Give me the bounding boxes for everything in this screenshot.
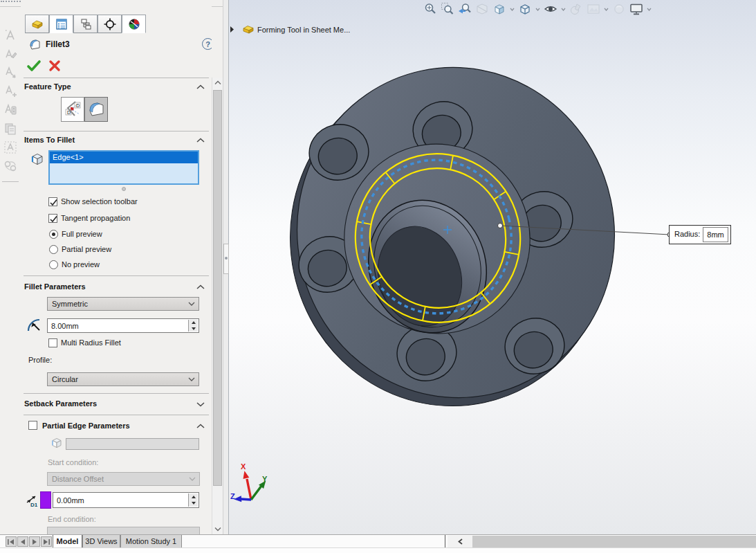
tab-model[interactable]: Model xyxy=(53,535,82,548)
radius-callout: Radius: 8mm xyxy=(669,225,731,244)
partial-edge-parameters-header[interactable]: Partial Edge Parameters xyxy=(42,421,130,430)
expand-chevron-icon[interactable] xyxy=(196,401,205,407)
model-canvas[interactable] xyxy=(229,0,756,534)
display-ball-icon xyxy=(127,17,141,31)
tabbar-divider xyxy=(445,535,445,548)
weldment-d-label: D xyxy=(67,110,71,115)
tab-motion-study-1[interactable]: Motion Study 1 xyxy=(120,535,182,548)
start-condition-label: Start condition: xyxy=(48,458,98,466)
manager-tab-bar xyxy=(25,15,146,33)
start-condition-dropdown: Distance Offset xyxy=(47,472,200,486)
divider xyxy=(24,131,209,132)
triad-y-label: Y xyxy=(262,475,267,483)
tab-scroll-next-button[interactable] xyxy=(29,536,40,547)
annotation-note-icon[interactable] xyxy=(3,28,18,43)
fillet-parameters-header[interactable]: Fillet Parameters xyxy=(24,282,86,291)
radius-icon xyxy=(26,317,43,334)
annotation-add-icon[interactable] xyxy=(3,84,18,99)
listbox-resize-grip[interactable] xyxy=(122,187,126,191)
solidworks-window: Fillet3 ? Feature Type DD Items To Fille… xyxy=(0,0,756,553)
weldment-corner-fillet-button[interactable]: DD xyxy=(61,97,84,122)
collapse-chevron-icon[interactable] xyxy=(196,138,205,143)
hscroll-track[interactable] xyxy=(472,536,756,547)
display-manager-tab[interactable] xyxy=(122,15,146,33)
annotation-options-icon[interactable] xyxy=(3,102,18,118)
scroll-down-icon[interactable] xyxy=(213,524,223,534)
configuration-manager-tab[interactable] xyxy=(73,15,98,33)
property-manager-tab[interactable] xyxy=(49,15,73,33)
radius-callout-label: Radius: xyxy=(670,226,702,244)
radius-spinner[interactable] xyxy=(188,320,198,332)
annotation-frame-icon[interactable] xyxy=(3,140,18,155)
ok-button[interactable] xyxy=(26,58,42,73)
annotation-toolbar xyxy=(0,0,21,534)
radius-callout-input[interactable]: 8mm xyxy=(703,227,728,242)
annotation-leader-icon[interactable] xyxy=(3,65,18,80)
radius-input[interactable]: 8.00mm xyxy=(47,318,199,333)
status-bar xyxy=(0,547,756,553)
annotation-copy-icon[interactable] xyxy=(3,121,18,136)
belt-chain-icon[interactable] xyxy=(3,158,18,174)
offset-color-swatch[interactable] xyxy=(40,491,51,509)
dimxpert-manager-tab[interactable] xyxy=(98,15,122,33)
tab-scroll-last-button[interactable] xyxy=(41,536,52,547)
collapse-chevron-icon[interactable] xyxy=(196,284,205,290)
items-to-fillet-header[interactable]: Items To Fillet xyxy=(24,136,75,144)
symmetry-dropdown[interactable]: Symmetric xyxy=(47,297,199,311)
weldment-d-label: D xyxy=(76,103,80,108)
annotation-edit-icon[interactable] xyxy=(3,46,18,62)
setback-parameters-header[interactable]: Setback Parameters xyxy=(24,399,97,408)
scrollbar-thumb[interactable] xyxy=(213,90,222,486)
divider xyxy=(24,415,209,415)
panel-splitter[interactable] xyxy=(223,0,229,534)
d1-label: D1 xyxy=(30,502,38,508)
crosshair-target-icon xyxy=(103,17,117,31)
divider xyxy=(24,275,209,276)
feature-title: Fillet3 xyxy=(46,39,70,49)
divider xyxy=(24,78,209,78)
splitter-dot xyxy=(225,257,228,260)
edge-selection-icon xyxy=(30,152,45,167)
feature-type-options: DD xyxy=(61,97,108,122)
cancel-button[interactable] xyxy=(48,59,62,73)
profile-dropdown[interactable]: Circular xyxy=(47,372,199,386)
tab-scroll-prev-button[interactable] xyxy=(17,536,28,547)
offset-spinner[interactable] xyxy=(188,493,198,507)
panel-scrollbar[interactable] xyxy=(212,78,223,534)
partial-edge-checkbox[interactable] xyxy=(28,421,37,430)
offset-distance-input[interactable]: 0.00mm xyxy=(53,492,199,508)
edge-selection-icon-disabled xyxy=(50,436,64,450)
end-condition-dropdown xyxy=(47,527,200,534)
triad-x-label: X xyxy=(241,462,246,471)
property-manager-panel: Fillet3 ? Feature Type DD Items To Fille… xyxy=(21,0,212,534)
configuration-tree-icon xyxy=(79,17,93,31)
hscroll-left-icon[interactable] xyxy=(448,536,472,547)
scroll-up-icon[interactable] xyxy=(213,78,223,88)
help-icon[interactable]: ? xyxy=(202,38,212,50)
feature-manager-tab[interactable] xyxy=(25,15,49,33)
tab-scroll-first-button[interactable] xyxy=(6,536,17,547)
selected-edge-item[interactable]: Edge<1> xyxy=(50,152,198,163)
offset-distance-icon: D1 xyxy=(24,492,40,509)
graphics-viewport[interactable]: Forming Tool in Sheet Me... xyxy=(229,0,756,534)
part-icon xyxy=(30,17,44,31)
collapse-chevron-icon[interactable] xyxy=(196,424,205,429)
partial-edge-selection-list xyxy=(66,438,199,450)
document-tab-bar: Model 3D Views Motion Study 1 xyxy=(0,534,756,547)
profile-label: Profile: xyxy=(28,356,52,364)
tab-scroll-buttons xyxy=(6,536,53,547)
collapse-chevron-icon[interactable] xyxy=(196,84,205,90)
end-condition-label: End condition: xyxy=(48,515,96,523)
fillet-button[interactable] xyxy=(84,97,108,122)
property-list-icon xyxy=(55,17,68,31)
triad-z-label: Z xyxy=(230,492,235,500)
fillet-feature-icon xyxy=(28,37,42,51)
divider xyxy=(24,393,209,394)
edge-selection-list[interactable]: Edge<1> xyxy=(48,150,199,185)
toolbar-divider xyxy=(2,181,19,182)
tab-3d-views[interactable]: 3D Views xyxy=(82,535,120,548)
feature-type-header[interactable]: Feature Type xyxy=(24,82,71,91)
